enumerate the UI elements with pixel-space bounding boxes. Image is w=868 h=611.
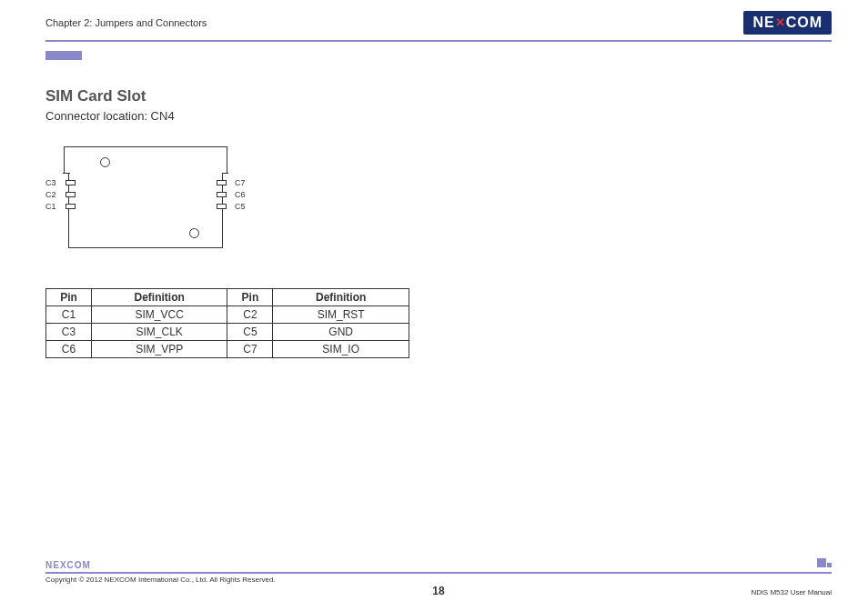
footer-rule (45, 572, 832, 574)
th-definition: Definition (273, 289, 409, 306)
pin-label-c7: C7 (235, 178, 246, 187)
cell-def: SIM_CLK (91, 324, 227, 341)
cell-pin: C7 (227, 341, 273, 358)
pin-label-c5: C5 (235, 202, 246, 211)
cell-pin: C1 (46, 306, 92, 324)
page-footer: NEXCOM Copyright © 2012 NEXCOM Internati… (0, 560, 868, 596)
pin-pad-icon (217, 192, 227, 197)
page-number: 18 (432, 585, 444, 597)
pin-label-c1: C1 (45, 202, 56, 211)
connector-location: Connector location: CN4 (45, 109, 823, 123)
cell-def: GND (273, 324, 409, 341)
pin-pad-icon (217, 204, 227, 209)
cell-pin: C2 (227, 306, 273, 324)
sim-body-outline (64, 146, 227, 248)
pin-label-c2: C2 (45, 190, 56, 199)
chapter-label: Chapter 2: Jumpers and Connectors (45, 17, 207, 28)
logo-x-icon: ✕ (775, 15, 786, 29)
page-content: SIM Card Slot Connector location: CN4 C3… (0, 60, 868, 358)
table-header-row: Pin Definition Pin Definition (46, 289, 409, 306)
page-header: Chapter 2: Jumpers and Connectors NE✕COM (0, 0, 868, 35)
pin-label-c3: C3 (45, 178, 56, 187)
cell-def: SIM_VCC (91, 306, 227, 324)
section-title: SIM Card Slot (45, 87, 823, 105)
pin-pad-icon (217, 180, 227, 185)
nexcom-logo-bottom: NEXCOM (45, 560, 832, 570)
cell-def: SIM_VPP (91, 341, 227, 358)
th-definition: Definition (91, 289, 227, 306)
manual-name: NDiS M532 User Manual (752, 588, 832, 596)
table-row: C1 SIM_VCC C2 SIM_RST (46, 306, 409, 324)
purple-tab (45, 51, 82, 60)
th-pin: Pin (46, 289, 92, 306)
mount-hole-icon (100, 157, 110, 167)
th-pin: Pin (227, 289, 273, 306)
header-rule (45, 40, 832, 42)
copyright-text: Copyright © 2012 NEXCOM International Co… (45, 576, 276, 584)
pin-pad-icon (66, 204, 76, 209)
footer-squares-icon (817, 558, 832, 567)
table-row: C6 SIM_VPP C7 SIM_IO (46, 341, 409, 358)
sim-slot-diagram: C3 C2 C1 C7 C6 C5 (45, 146, 246, 255)
nexcom-logo-top: NE✕COM (743, 11, 832, 35)
mount-hole-icon (189, 228, 199, 238)
cell-pin: C6 (46, 341, 92, 358)
cell-pin: C5 (227, 324, 273, 341)
cell-pin: C3 (46, 324, 92, 341)
table-row: C3 SIM_CLK C5 GND (46, 324, 409, 341)
pin-label-c6: C6 (235, 190, 246, 199)
pin-pad-icon (66, 192, 76, 197)
pin-pad-icon (66, 180, 76, 185)
cell-def: SIM_IO (273, 341, 409, 358)
cell-def: SIM_RST (273, 306, 409, 324)
pin-definition-table: Pin Definition Pin Definition C1 SIM_VCC… (45, 288, 409, 358)
